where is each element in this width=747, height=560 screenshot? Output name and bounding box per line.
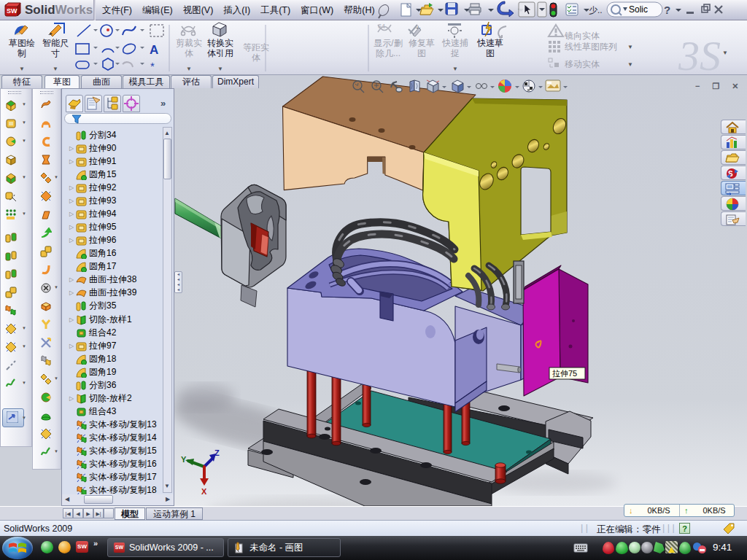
svg-text:SW: SW [7, 7, 18, 15]
svg-text:Y: Y [181, 455, 187, 464]
svg-text:拉伸75: 拉伸75 [552, 369, 577, 378]
svg-text:Z: Z [214, 448, 220, 457]
svg-text:X: X [201, 487, 207, 496]
svg-text:64: 64 [378, 23, 385, 30]
svg-text:3S: 3S [678, 32, 721, 75]
svg-text:少..: 少.. [589, 5, 603, 15]
svg-text:*: * [150, 60, 155, 72]
svg-text:?: ? [664, 4, 670, 16]
svg-text:Solic: Solic [629, 4, 648, 15]
svg-text:A: A [150, 43, 158, 57]
